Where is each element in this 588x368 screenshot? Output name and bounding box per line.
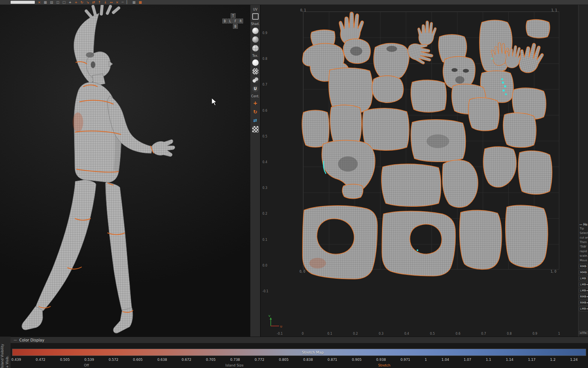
texture-uv-icon[interactable]: U (252, 86, 259, 92)
help-text: Mous (579, 258, 588, 263)
divider-icon[interactable]: ▏ (127, 0, 129, 4)
model-mesh[interactable] (36, 180, 96, 311)
viewcube-face-t[interactable]: T (231, 13, 236, 18)
scroll-thumb[interactable] (582, 332, 585, 334)
move-icon[interactable]: + (74, 0, 78, 4)
model-mesh[interactable] (105, 182, 132, 312)
texture-plain-icon[interactable] (252, 59, 259, 66)
viewcube-face-r[interactable]: R (238, 19, 243, 23)
uv-island[interactable] (503, 113, 536, 148)
collapse-icon[interactable]: — (579, 223, 582, 226)
uv-island[interactable] (382, 211, 456, 276)
uv-island[interactable] (302, 110, 329, 147)
uv-island[interactable] (372, 76, 403, 103)
selection-highlight (501, 78, 503, 80)
distribute-icon[interactable]: ↔ (110, 0, 113, 4)
help-panel-header[interactable]: — He (579, 223, 588, 226)
pack-icon[interactable]: ▦ (138, 0, 142, 4)
collapse-icon[interactable]: — (14, 338, 17, 342)
mesh-shading (386, 46, 397, 52)
uv-island[interactable] (506, 205, 548, 268)
uv-island[interactable] (382, 164, 441, 206)
bottom-option-label[interactable]: Island Size (225, 363, 244, 367)
bottom-controls: OffIsland SizeStretch (0, 363, 588, 368)
stretch-scale-value: 1.14 (506, 358, 514, 362)
uv-island[interactable] (363, 108, 409, 151)
snap-grid-icon[interactable]: ▦ (132, 0, 136, 4)
uv-island[interactable] (442, 160, 478, 207)
uv-editor[interactable]: 0, 1 1, 1 0, 0 1, 0 0.90.80.70.60.50.40.… (261, 5, 578, 337)
viewcube-face-l[interactable]: L (228, 19, 233, 23)
rows-icon[interactable]: ▤ (50, 0, 53, 4)
panel-section-label: Shad. (251, 22, 260, 26)
grid-icon[interactable]: ▦ (44, 0, 47, 4)
shaded-white-sphere-icon[interactable] (252, 28, 259, 34)
bottom-option-label[interactable]: Stretch (378, 363, 390, 367)
uv-island[interactable] (518, 151, 552, 194)
minus-icon[interactable]: ─ (122, 0, 124, 4)
center-rotate-icon[interactable]: ↻ (252, 109, 259, 115)
stretch-map-label: Stretch Map (302, 350, 324, 354)
scroll-left-icon[interactable]: ◄ (580, 331, 582, 334)
stretch-scale-value: 0.971 (400, 358, 410, 362)
align-bottom-icon[interactable]: ↓ (104, 0, 107, 4)
stretch-scale-value: 1.04 (442, 358, 449, 362)
stretch-scale-value: 1.2 (550, 358, 555, 362)
center-move-icon[interactable]: + (252, 100, 259, 106)
uv-island[interactable] (469, 98, 500, 131)
align-top-icon[interactable]: ↑ (98, 0, 101, 4)
uv-island[interactable] (483, 147, 516, 187)
sync-views-icon[interactable]: ⇄ (252, 117, 259, 124)
wire-sphere-icon[interactable] (252, 45, 259, 51)
mesh-shading (451, 68, 458, 72)
viewcube-face-b[interactable]: B (233, 24, 238, 29)
texture-spheres-icon[interactable] (252, 77, 259, 83)
model-3d-canvas[interactable] (0, 5, 250, 337)
scroll-right-icon[interactable]: ► (585, 331, 587, 334)
texture-checker-icon[interactable] (252, 68, 259, 75)
delete-icon[interactable]: × (38, 0, 41, 4)
help-scrollbar[interactable]: ◄ ► (579, 331, 588, 334)
model-mesh-detail (73, 112, 83, 132)
model-mesh[interactable] (109, 61, 113, 67)
toolbar-button[interactable] (11, 1, 35, 4)
stretch-scale-value: 1.17 (528, 358, 535, 362)
color-display-header[interactable]: — Color Display (11, 337, 588, 343)
viewport-3d[interactable]: TBLFRB (0, 5, 251, 337)
model-mesh-detail (86, 6, 119, 16)
view-cube[interactable]: TBLFRB (222, 13, 244, 31)
scale-icon[interactable]: ↘ (86, 0, 89, 4)
mouse-button-hint: LMB+ (579, 288, 588, 293)
uv-frame-icon[interactable] (252, 13, 259, 20)
stretch-scale-value: 0.539 (84, 358, 94, 362)
uv-island[interactable] (330, 105, 362, 145)
clear-icon[interactable]: × (116, 0, 119, 4)
uv-island[interactable] (303, 206, 377, 279)
stretch-map-gradient[interactable]: Stretch Map (12, 349, 586, 356)
uv-island[interactable] (459, 210, 502, 269)
model-mesh[interactable] (152, 140, 175, 157)
mirror-icon[interactable]: ⇄ (92, 0, 95, 4)
checker-grid-icon[interactable] (252, 126, 259, 133)
viewcube-face-b[interactable]: B (222, 19, 227, 23)
rotate-icon[interactable]: ↻ (81, 0, 84, 4)
uv-island[interactable] (411, 80, 447, 112)
stretch-map-scale: 0.4390.4720.5050.5390.5720.6050.6380.672… (11, 358, 578, 362)
stretch-scale-value: 1.24 (570, 358, 578, 362)
uv-island[interactable] (342, 184, 363, 199)
stretch-scale-value: 1 (425, 358, 427, 362)
help-text: Then (579, 240, 588, 245)
split-view-icon[interactable]: ◫ (56, 0, 60, 4)
uv-islands-canvas[interactable] (261, 5, 578, 337)
pan-icon[interactable]: + (69, 0, 72, 4)
uv-island[interactable] (526, 20, 550, 38)
viewcube-face-f[interactable]: F (233, 19, 238, 23)
marquee-select-icon[interactable]: □ (62, 0, 66, 4)
shaded-gray-sphere-icon[interactable] (252, 36, 259, 43)
stretch-scale-value: 0.472 (36, 358, 45, 362)
model-mesh[interactable] (22, 306, 43, 330)
selection-highlight (503, 89, 505, 92)
stretch-scale-value: 1.1 (486, 358, 491, 362)
mesh-shading (350, 47, 362, 56)
bottom-option-label[interactable]: Off (84, 363, 89, 367)
